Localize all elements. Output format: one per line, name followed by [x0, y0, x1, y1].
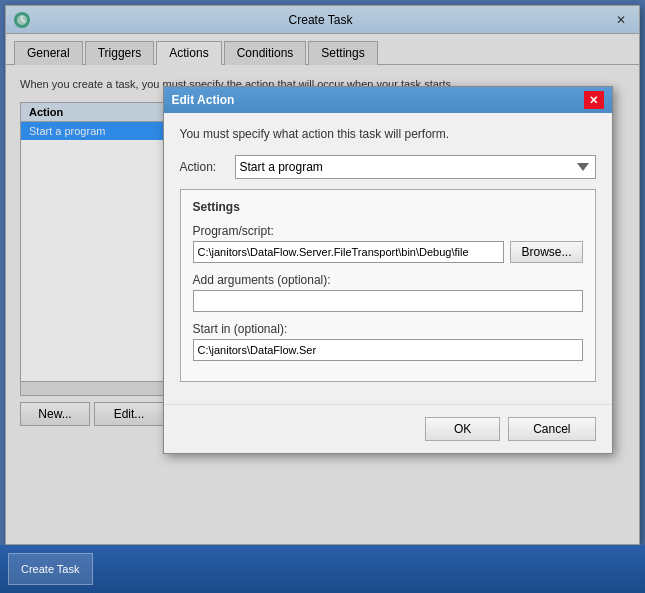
- dialog-body: You must specify what action this task w…: [164, 113, 612, 396]
- action-field-row: Action: Start a program Send an e-mail D…: [180, 155, 596, 179]
- taskbar-item-create-task[interactable]: Create Task: [8, 553, 93, 585]
- dialog-description: You must specify what action this task w…: [180, 127, 596, 141]
- program-script-input-row: Browse...: [193, 241, 583, 263]
- start-in-label: Start in (optional):: [193, 322, 583, 336]
- taskbar: Create Task: [0, 545, 645, 593]
- edit-action-dialog: Edit Action ✕ You must specify what acti…: [163, 86, 613, 454]
- add-arguments-input-row: [193, 290, 583, 312]
- dialog-close-button[interactable]: ✕: [584, 91, 604, 109]
- add-arguments-label: Add arguments (optional):: [193, 273, 583, 287]
- action-field-label: Action:: [180, 160, 235, 174]
- ok-button[interactable]: OK: [425, 417, 500, 441]
- action-select[interactable]: Start a program Send an e-mail Display a…: [235, 155, 596, 179]
- main-window: Create Task ✕ General Triggers Actions C…: [5, 5, 640, 545]
- cancel-button[interactable]: Cancel: [508, 417, 595, 441]
- program-script-input[interactable]: [193, 241, 505, 263]
- start-in-input[interactable]: [193, 339, 583, 361]
- dialog-title-bar: Edit Action ✕: [164, 87, 612, 113]
- start-in-input-row: [193, 339, 583, 361]
- program-script-label: Program/script:: [193, 224, 583, 238]
- dialog-footer: OK Cancel: [164, 404, 612, 453]
- browse-button[interactable]: Browse...: [510, 241, 582, 263]
- settings-group-title: Settings: [193, 200, 583, 214]
- program-script-field: Program/script: Browse...: [193, 224, 583, 263]
- add-arguments-field: Add arguments (optional):: [193, 273, 583, 312]
- dialog-title: Edit Action: [172, 93, 235, 107]
- start-in-field: Start in (optional):: [193, 322, 583, 361]
- add-arguments-input[interactable]: [193, 290, 583, 312]
- dialog-overlay: Edit Action ✕ You must specify what acti…: [6, 6, 639, 544]
- taskbar-item-label: Create Task: [21, 563, 80, 575]
- settings-group: Settings Program/script: Browse... Add a…: [180, 189, 596, 382]
